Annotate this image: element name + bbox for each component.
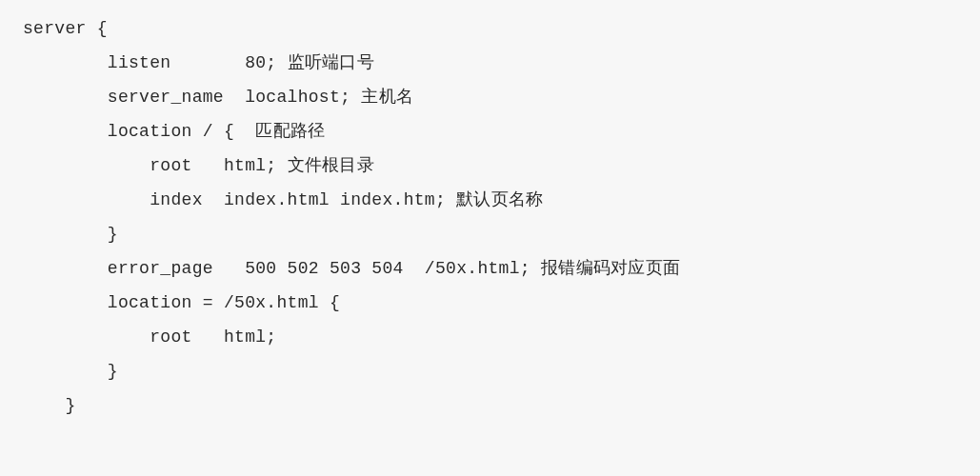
code-line: location = /50x.html {: [23, 286, 957, 320]
code-line: }: [23, 217, 957, 251]
code-line: server {: [23, 11, 957, 46]
code-line: }: [23, 354, 957, 388]
code-line: listen 80; 监听端口号: [23, 46, 957, 80]
code-line: }: [23, 388, 957, 423]
code-line: server_name localhost; 主机名: [23, 80, 957, 114]
code-line: root html; 文件根目录: [23, 149, 957, 183]
nginx-config-code-block: server { listen 80; 监听端口号 server_name lo…: [23, 11, 957, 423]
code-line: location / { 匹配路径: [23, 114, 957, 149]
code-line: root html;: [23, 320, 957, 354]
code-line: error_page 500 502 503 504 /50x.html; 报错…: [23, 251, 957, 286]
code-line: index index.html index.htm; 默认页名称: [23, 183, 957, 217]
